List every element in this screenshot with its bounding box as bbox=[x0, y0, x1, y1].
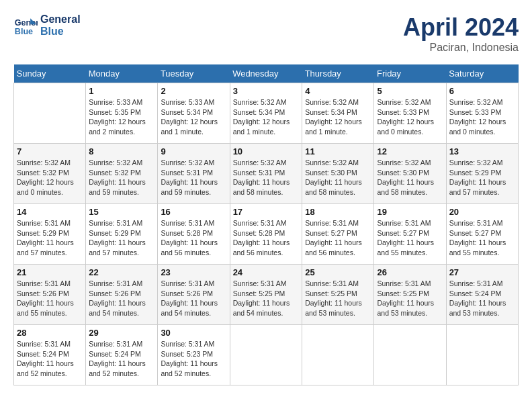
day-info: Sunrise: 5:31 AMSunset: 5:24 PMDaylight:… bbox=[89, 339, 154, 379]
day-cell bbox=[446, 325, 518, 385]
day-info: Sunrise: 5:32 AMSunset: 5:30 PMDaylight:… bbox=[377, 158, 443, 197]
day-info: Sunrise: 5:31 AMSunset: 5:25 PMDaylight:… bbox=[377, 279, 443, 318]
day-number: 27 bbox=[449, 267, 515, 277]
day-number: 28 bbox=[17, 328, 83, 338]
logo-line1: General bbox=[40, 13, 81, 26]
day-cell: 28Sunrise: 5:31 AMSunset: 5:24 PMDayligh… bbox=[14, 325, 86, 385]
day-cell: 6Sunrise: 5:32 AMSunset: 5:33 PMDaylight… bbox=[446, 83, 518, 144]
day-cell: 23Sunrise: 5:31 AMSunset: 5:26 PMDayligh… bbox=[158, 265, 230, 325]
day-info: Sunrise: 5:32 AMSunset: 5:33 PMDaylight:… bbox=[377, 97, 443, 137]
day-cell: 19Sunrise: 5:31 AMSunset: 5:27 PMDayligh… bbox=[374, 204, 446, 265]
day-cell: 17Sunrise: 5:31 AMSunset: 5:28 PMDayligh… bbox=[230, 204, 302, 265]
day-cell: 5Sunrise: 5:32 AMSunset: 5:33 PMDaylight… bbox=[374, 83, 446, 144]
day-cell: 2Sunrise: 5:33 AMSunset: 5:34 PMDaylight… bbox=[158, 83, 230, 144]
day-cell: 8Sunrise: 5:32 AMSunset: 5:32 PMDaylight… bbox=[86, 144, 158, 204]
day-info: Sunrise: 5:31 AMSunset: 5:25 PMDaylight:… bbox=[305, 279, 371, 318]
week-row-4: 21Sunrise: 5:31 AMSunset: 5:26 PMDayligh… bbox=[14, 265, 519, 325]
day-number: 22 bbox=[89, 267, 154, 277]
day-cell bbox=[302, 325, 374, 385]
day-number: 7 bbox=[17, 146, 83, 156]
day-cell: 27Sunrise: 5:31 AMSunset: 5:24 PMDayligh… bbox=[446, 265, 518, 325]
day-info: Sunrise: 5:31 AMSunset: 5:27 PMDaylight:… bbox=[449, 218, 515, 258]
day-info: Sunrise: 5:32 AMSunset: 5:31 PMDaylight:… bbox=[233, 158, 300, 197]
day-cell bbox=[374, 325, 446, 385]
day-info: Sunrise: 5:33 AMSunset: 5:35 PMDaylight:… bbox=[89, 97, 154, 137]
week-row-3: 14Sunrise: 5:31 AMSunset: 5:29 PMDayligh… bbox=[14, 204, 519, 265]
day-info: Sunrise: 5:32 AMSunset: 5:32 PMDaylight:… bbox=[89, 158, 154, 197]
day-number: 14 bbox=[17, 207, 83, 217]
svg-text:Blue: Blue bbox=[15, 27, 33, 36]
logo: General Blue General Blue bbox=[13, 13, 81, 38]
day-cell: 11Sunrise: 5:32 AMSunset: 5:30 PMDayligh… bbox=[302, 144, 374, 204]
day-info: Sunrise: 5:31 AMSunset: 5:29 PMDaylight:… bbox=[17, 218, 83, 258]
col-header-sunday: Sunday bbox=[14, 64, 86, 83]
title-block: April 2024 Paciran, Indonesia bbox=[403, 13, 519, 54]
day-info: Sunrise: 5:31 AMSunset: 5:28 PMDaylight:… bbox=[233, 218, 300, 258]
day-info: Sunrise: 5:31 AMSunset: 5:25 PMDaylight:… bbox=[233, 279, 300, 318]
day-cell: 9Sunrise: 5:32 AMSunset: 5:31 PMDaylight… bbox=[158, 144, 230, 204]
col-header-thursday: Thursday bbox=[302, 64, 374, 83]
col-header-monday: Monday bbox=[86, 64, 158, 83]
day-number: 20 bbox=[449, 207, 515, 217]
day-cell: 30Sunrise: 5:31 AMSunset: 5:23 PMDayligh… bbox=[158, 325, 230, 385]
day-info: Sunrise: 5:32 AMSunset: 5:32 PMDaylight:… bbox=[17, 158, 83, 197]
day-info: Sunrise: 5:31 AMSunset: 5:27 PMDaylight:… bbox=[305, 218, 371, 258]
day-cell: 24Sunrise: 5:31 AMSunset: 5:25 PMDayligh… bbox=[230, 265, 302, 325]
day-number: 16 bbox=[161, 207, 226, 217]
day-number: 12 bbox=[377, 146, 443, 156]
day-cell: 13Sunrise: 5:32 AMSunset: 5:29 PMDayligh… bbox=[446, 144, 518, 204]
day-cell: 21Sunrise: 5:31 AMSunset: 5:26 PMDayligh… bbox=[14, 265, 86, 325]
location: Paciran, Indonesia bbox=[403, 42, 519, 54]
day-number: 3 bbox=[233, 86, 300, 96]
day-info: Sunrise: 5:31 AMSunset: 5:29 PMDaylight:… bbox=[89, 218, 154, 258]
day-info: Sunrise: 5:31 AMSunset: 5:26 PMDaylight:… bbox=[161, 279, 226, 318]
day-number: 19 bbox=[377, 207, 443, 217]
day-number: 17 bbox=[233, 207, 300, 217]
day-number: 29 bbox=[89, 328, 154, 338]
day-info: Sunrise: 5:31 AMSunset: 5:26 PMDaylight:… bbox=[89, 279, 154, 318]
day-number: 25 bbox=[305, 267, 371, 277]
day-info: Sunrise: 5:31 AMSunset: 5:23 PMDaylight:… bbox=[161, 339, 226, 379]
day-cell: 20Sunrise: 5:31 AMSunset: 5:27 PMDayligh… bbox=[446, 204, 518, 265]
day-cell: 3Sunrise: 5:32 AMSunset: 5:34 PMDaylight… bbox=[230, 83, 302, 144]
day-cell: 29Sunrise: 5:31 AMSunset: 5:24 PMDayligh… bbox=[86, 325, 158, 385]
calendar-table: SundayMondayTuesdayWednesdayThursdayFrid… bbox=[13, 64, 519, 385]
day-info: Sunrise: 5:31 AMSunset: 5:24 PMDaylight:… bbox=[449, 279, 515, 318]
day-cell: 22Sunrise: 5:31 AMSunset: 5:26 PMDayligh… bbox=[86, 265, 158, 325]
day-cell: 25Sunrise: 5:31 AMSunset: 5:25 PMDayligh… bbox=[302, 265, 374, 325]
col-header-saturday: Saturday bbox=[446, 64, 518, 83]
day-cell: 16Sunrise: 5:31 AMSunset: 5:28 PMDayligh… bbox=[158, 204, 230, 265]
day-number: 4 bbox=[305, 86, 371, 96]
day-info: Sunrise: 5:31 AMSunset: 5:27 PMDaylight:… bbox=[377, 218, 443, 258]
header-row: SundayMondayTuesdayWednesdayThursdayFrid… bbox=[14, 64, 519, 83]
day-info: Sunrise: 5:32 AMSunset: 5:29 PMDaylight:… bbox=[449, 158, 515, 197]
day-cell: 12Sunrise: 5:32 AMSunset: 5:30 PMDayligh… bbox=[374, 144, 446, 204]
day-number: 8 bbox=[89, 146, 154, 156]
day-cell: 10Sunrise: 5:32 AMSunset: 5:31 PMDayligh… bbox=[230, 144, 302, 204]
day-info: Sunrise: 5:33 AMSunset: 5:34 PMDaylight:… bbox=[161, 97, 226, 137]
page-header: General Blue General Blue April 2024 Pac… bbox=[13, 13, 519, 54]
day-number: 5 bbox=[377, 86, 443, 96]
day-info: Sunrise: 5:32 AMSunset: 5:30 PMDaylight:… bbox=[305, 158, 371, 197]
day-info: Sunrise: 5:31 AMSunset: 5:28 PMDaylight:… bbox=[161, 218, 226, 258]
day-info: Sunrise: 5:31 AMSunset: 5:26 PMDaylight:… bbox=[17, 279, 83, 318]
logo-icon: General Blue bbox=[13, 13, 38, 38]
day-number: 21 bbox=[17, 267, 83, 277]
col-header-tuesday: Tuesday bbox=[158, 64, 230, 83]
day-number: 24 bbox=[233, 267, 300, 277]
day-cell: 7Sunrise: 5:32 AMSunset: 5:32 PMDaylight… bbox=[14, 144, 86, 204]
logo-line2: Blue bbox=[40, 26, 81, 38]
day-number: 23 bbox=[161, 267, 226, 277]
week-row-1: 1Sunrise: 5:33 AMSunset: 5:35 PMDaylight… bbox=[14, 83, 519, 144]
day-number: 10 bbox=[233, 146, 300, 156]
day-number: 9 bbox=[161, 146, 226, 156]
day-number: 1 bbox=[89, 86, 154, 96]
day-cell bbox=[14, 83, 86, 144]
day-number: 26 bbox=[377, 267, 443, 277]
day-info: Sunrise: 5:32 AMSunset: 5:31 PMDaylight:… bbox=[161, 158, 226, 197]
day-cell: 4Sunrise: 5:32 AMSunset: 5:34 PMDaylight… bbox=[302, 83, 374, 144]
day-cell: 1Sunrise: 5:33 AMSunset: 5:35 PMDaylight… bbox=[86, 83, 158, 144]
week-row-5: 28Sunrise: 5:31 AMSunset: 5:24 PMDayligh… bbox=[14, 325, 519, 385]
day-number: 13 bbox=[449, 146, 515, 156]
day-cell: 18Sunrise: 5:31 AMSunset: 5:27 PMDayligh… bbox=[302, 204, 374, 265]
